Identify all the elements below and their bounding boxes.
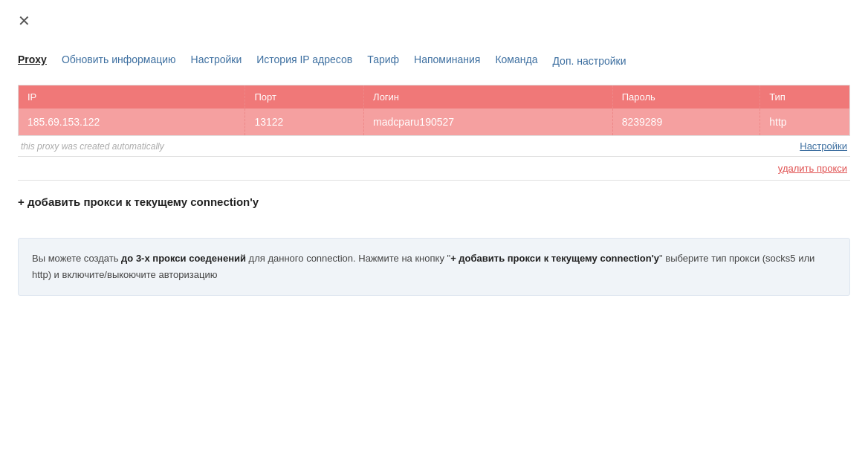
delete-proxy-link[interactable]: удалить прокси	[778, 163, 847, 174]
nav-container: Proxy Обновить информацию Настройки Исто…	[18, 52, 850, 67]
main-container: Proxy Обновить информацию Настройки Исто…	[0, 0, 868, 314]
col-header-password: Пароль	[612, 85, 760, 109]
add-proxy-link[interactable]: + добавить прокси к текущему connection'…	[18, 195, 259, 208]
cell-login: madcparu190527	[364, 109, 613, 136]
add-proxy-container: + добавить прокси к текущему connection'…	[18, 195, 850, 223]
auto-created-text: this proxy was created automatically	[21, 141, 164, 152]
info-bold2: + добавить прокси к текущему connection'…	[450, 253, 659, 264]
nav-ip-history[interactable]: История IP адресов	[256, 54, 352, 65]
cell-type: http	[760, 109, 850, 136]
info-text-before1: Вы можете создать	[32, 253, 121, 264]
close-button[interactable]: ✕	[18, 13, 30, 28]
nav-tariff[interactable]: Тариф	[367, 54, 399, 65]
delete-row: удалить прокси	[18, 157, 850, 181]
proxy-settings-link[interactable]: Настройки	[800, 140, 847, 152]
nav-row-2: Доп. настройки	[552, 55, 641, 67]
cell-password: 8239289	[612, 109, 760, 136]
info-bold1: до 3-х прокси соеденений	[121, 253, 246, 264]
proxy-table: IP Порт Логин Пароль Тип 185.69.153.122 …	[18, 85, 850, 136]
table-row: 185.69.153.122 13122 madcparu190527 8239…	[19, 109, 850, 136]
nav-extra-settings[interactable]: Доп. настройки	[552, 55, 626, 67]
nav-row-1: Proxy Обновить информацию Настройки Исто…	[18, 52, 552, 67]
cell-ip: 185.69.153.122	[19, 109, 245, 136]
col-header-type: Тип	[760, 85, 850, 109]
nav-update-info[interactable]: Обновить информацию	[62, 54, 176, 65]
cell-port: 13122	[245, 109, 364, 136]
nav-team[interactable]: Команда	[495, 54, 537, 65]
meta-row: this proxy was created automatically Нас…	[18, 136, 850, 157]
nav-reminders[interactable]: Напоминания	[414, 54, 480, 65]
col-header-login: Логин	[364, 85, 613, 109]
col-header-port: Порт	[245, 85, 364, 109]
nav-settings[interactable]: Настройки	[191, 54, 242, 65]
table-header-row: IP Порт Логин Пароль Тип	[19, 85, 850, 109]
info-text-after1: для данного connection. Нажмите на кнопк…	[246, 253, 450, 264]
col-header-ip: IP	[19, 85, 245, 109]
nav-proxy[interactable]: Proxy	[18, 54, 47, 65]
info-box: Вы можете создать до 3-х прокси соеденен…	[18, 238, 850, 296]
